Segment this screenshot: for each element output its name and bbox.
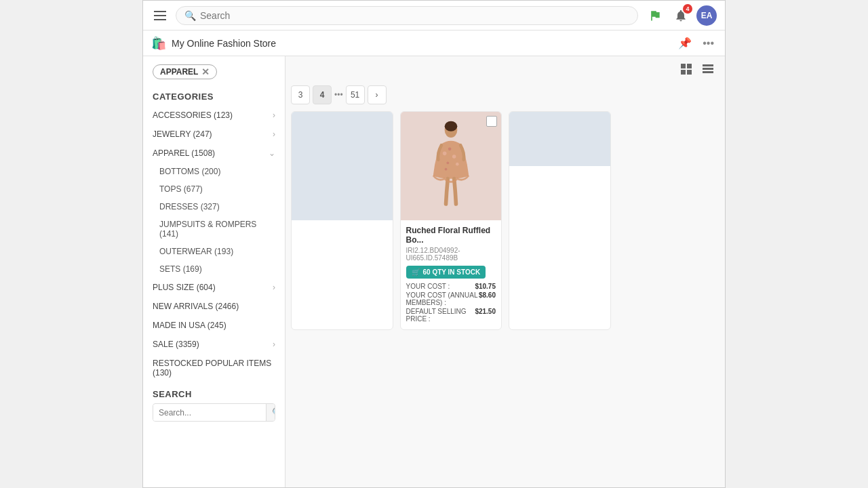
category-sale-label: SALE (3359) <box>153 340 199 349</box>
subcategory-tops[interactable]: TOPS (677) <box>143 180 285 198</box>
category-accessories[interactable]: ACCESSORIES (123) › <box>143 106 285 125</box>
apparel-filter-tag[interactable]: APPAREL ✕ <box>153 64 217 79</box>
notification-badge: 4 <box>683 4 692 14</box>
page-next-button[interactable]: › <box>368 85 387 104</box>
selling-price-value: $21.50 <box>475 308 496 323</box>
annual-cost-label: YOUR COST (ANNUAL MEMBERS) : <box>406 291 479 306</box>
list-view-button[interactable] <box>699 62 717 80</box>
stock-button[interactable]: 🛒 60 QTY IN STOCK <box>406 266 486 279</box>
top-icons: 4 EA <box>645 5 717 26</box>
chevron-down-icon: ⌄ <box>269 148 275 158</box>
sidebar-search-input[interactable] <box>153 405 266 421</box>
category-plus-size-label: PLUS SIZE (604) <box>153 283 216 292</box>
main-content: APPAREL ✕ CATEGORIES ACCESSORIES (123) ›… <box>143 56 725 487</box>
flag-button[interactable] <box>645 5 665 26</box>
category-plus-size[interactable]: PLUS SIZE (604) › <box>143 278 285 297</box>
top-bar: 🔍 4 EA <box>143 1 725 30</box>
chevron-right-icon: › <box>273 129 275 139</box>
grid-view-button[interactable] <box>677 62 695 80</box>
category-jewelry-label: JEWELRY (247) <box>153 129 212 139</box>
page-3-button[interactable]: 3 <box>291 85 310 104</box>
pagination: 3 4 ••• 51 › <box>291 85 719 104</box>
svg-rect-5 <box>703 68 713 70</box>
svg-rect-6 <box>703 71 713 73</box>
product-image-placeholder-2 <box>509 112 610 166</box>
second-bar: 🛍️ My Online Fashion Store 📌 ••• <box>143 30 725 56</box>
avatar-button[interactable]: EA <box>696 5 717 26</box>
product-dress-svg <box>424 119 478 214</box>
svg-point-13 <box>456 163 459 166</box>
remove-filter-icon[interactable]: ✕ <box>201 67 210 77</box>
price-row-selling: DEFAULT SELLING PRICE : $21.50 <box>406 308 496 323</box>
category-jewelry[interactable]: JEWELRY (247) › <box>143 125 285 144</box>
categories-title: CATEGORIES <box>143 85 285 106</box>
search-icon: 🔍 <box>184 10 196 21</box>
category-restocked-label: RESTOCKED POPULAR ITEMS (130) <box>153 359 275 378</box>
svg-rect-0 <box>681 64 686 68</box>
notifications-button[interactable]: 4 <box>671 5 691 26</box>
category-new-arrivals-label: NEW ARRIVALS (2466) <box>153 302 239 311</box>
chevron-right-icon: › <box>273 283 275 292</box>
svg-rect-2 <box>681 70 686 75</box>
chevron-right-icon: › <box>273 340 275 349</box>
product-info: Ruched Floral Ruffled Bo... IRI2.12.BD04… <box>401 220 502 329</box>
product-card-placeholder-2[interactable] <box>509 111 611 330</box>
more-options-button[interactable]: ••• <box>700 36 717 51</box>
sidebar-search-button[interactable]: 🔍 <box>266 404 275 421</box>
filter-tag-area: APPAREL ✕ <box>143 56 285 85</box>
chevron-right-icon: › <box>273 110 275 120</box>
category-apparel[interactable]: APPAREL (1508) ⌄ <box>143 144 285 163</box>
category-made-in-usa[interactable]: MADE IN USA (245) <box>143 316 285 335</box>
category-made-in-usa-label: MADE IN USA (245) <box>153 321 226 330</box>
subcategory-jumpsuits[interactable]: JUMPSUITS & ROMPERS (141) <box>143 216 285 243</box>
product-image <box>401 112 502 220</box>
svg-rect-4 <box>703 64 713 66</box>
svg-rect-1 <box>687 64 692 68</box>
selling-price-label: DEFAULT SELLING PRICE : <box>406 308 475 323</box>
product-name: Ruched Floral Ruffled Bo... <box>406 226 496 245</box>
category-restocked[interactable]: RESTOCKED POPULAR ITEMS (130) <box>143 354 285 382</box>
cart-icon: 🛒 <box>412 268 420 276</box>
your-cost-value: $10.75 <box>475 283 496 290</box>
subcategory-bottoms[interactable]: BOTTOMS (200) <box>143 163 285 180</box>
category-new-arrivals[interactable]: NEW ARRIVALS (2466) <box>143 297 285 316</box>
search-input[interactable] <box>200 10 629 21</box>
page-51-button[interactable]: 51 <box>346 85 365 104</box>
sidebar-search-container: 🔍 <box>153 403 275 422</box>
product-sku: IRI2.12.BD04992-UI665.ID.57489B <box>406 247 496 262</box>
price-row-cost: YOUR COST : $10.75 <box>406 283 496 290</box>
svg-point-11 <box>452 155 456 159</box>
right-panel: 3 4 ••• 51 › <box>285 56 725 487</box>
product-image-placeholder <box>292 112 393 220</box>
svg-point-14 <box>444 168 447 171</box>
store-name: My Online Fashion Store <box>172 38 670 49</box>
price-row-annual: YOUR COST (ANNUAL MEMBERS) : $8.60 <box>406 291 496 306</box>
sidebar: APPAREL ✕ CATEGORIES ACCESSORIES (123) ›… <box>143 56 285 487</box>
hamburger-menu[interactable] <box>151 8 169 23</box>
svg-point-10 <box>448 147 452 150</box>
subcategory-outerwear[interactable]: OUTERWEAR (193) <box>143 243 285 260</box>
subcategory-sets[interactable]: SETS (169) <box>143 260 285 278</box>
svg-point-12 <box>446 161 449 164</box>
product-card-main[interactable]: Ruched Floral Ruffled Bo... IRI2.12.BD04… <box>400 111 502 330</box>
sidebar-search-title: SEARCH <box>143 382 285 403</box>
filter-tag-label: APPAREL <box>160 67 198 77</box>
category-sale[interactable]: SALE (3359) › <box>143 335 285 354</box>
product-grid: Ruched Floral Ruffled Bo... IRI2.12.BD04… <box>291 111 719 330</box>
product-select-checkbox[interactable] <box>486 116 497 127</box>
pin-button[interactable]: 📌 <box>675 35 694 51</box>
page-4-button[interactable]: 4 <box>313 85 332 104</box>
annual-cost-value: $8.60 <box>479 291 496 306</box>
pagination-dots: ••• <box>334 90 343 100</box>
svg-point-9 <box>443 152 447 156</box>
category-accessories-label: ACCESSORIES (123) <box>153 110 233 120</box>
store-icon: 🛍️ <box>151 36 166 51</box>
svg-rect-3 <box>687 70 692 75</box>
right-toolbar <box>291 62 719 80</box>
product-card-placeholder-1[interactable] <box>291 111 393 330</box>
subcategory-dresses[interactable]: DRESSES (327) <box>143 198 285 216</box>
stock-label: 60 QTY IN STOCK <box>423 268 481 276</box>
global-search-bar: 🔍 <box>176 6 638 25</box>
category-apparel-label: APPAREL (1508) <box>153 148 215 158</box>
your-cost-label: YOUR COST : <box>406 283 450 290</box>
